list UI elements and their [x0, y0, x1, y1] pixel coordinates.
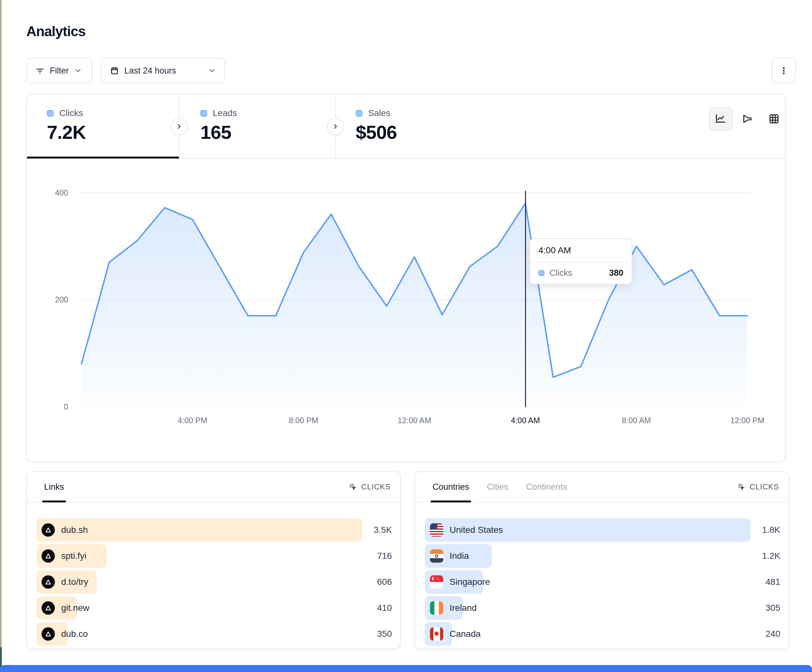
country-row[interactable]: Ireland 305 [425, 596, 780, 620]
kebab-menu-icon [779, 66, 788, 75]
tab-sales[interactable]: Sales $506 [356, 94, 476, 158]
y-axis-tick-0: 0 [35, 402, 68, 411]
row-value: 240 [765, 629, 780, 639]
chevron-down-icon [74, 67, 82, 75]
x-axis-tick: 12:00 AM [397, 416, 431, 425]
table-view-button[interactable] [762, 107, 786, 131]
tab-sales-label: Sales [368, 108, 390, 118]
tooltip-value: 380 [609, 268, 623, 278]
singapore-flag-icon [430, 575, 443, 588]
link-row[interactable]: git.new 410 [36, 596, 392, 620]
row-label: dub.sh [61, 525, 88, 535]
row-label: dub.co [61, 629, 88, 639]
tooltip-time: 4:00 AM [530, 239, 631, 263]
tooltip-series-swatch [538, 270, 544, 276]
x-axis-tick-highlighted: 4:00 AM [511, 416, 540, 425]
x-axis-tick: 12:00 PM [730, 416, 764, 425]
country-row[interactable]: Singapore 481 [425, 570, 780, 594]
country-row[interactable]: ✹ Canada 240 [425, 622, 780, 646]
date-range-button[interactable]: Last 24 hours [101, 58, 225, 84]
row-label: git.new [61, 603, 89, 613]
window-edge-strip [0, 0, 2, 672]
chart-tooltip: 4:00 AM Clicks 380 [529, 238, 632, 284]
links-metric[interactable]: CLICKS [348, 483, 391, 491]
row-value: 606 [377, 577, 392, 587]
row-value: 410 [377, 603, 392, 613]
dub-logo-icon [41, 601, 55, 615]
date-range-label: Last 24 hours [124, 66, 176, 76]
tab-continents[interactable]: Continents [526, 472, 567, 502]
row-label: United States [450, 525, 503, 535]
tab-clicks[interactable]: Clicks 7.2K [47, 94, 174, 158]
geo-panel: Countries Cities Continents CLICKS Unite… [415, 471, 789, 649]
tab-leads[interactable]: Leads 165 [200, 94, 321, 158]
expand-sales-button[interactable] [327, 118, 344, 135]
filter-icon [35, 66, 45, 75]
tab-links[interactable]: Links [44, 472, 64, 502]
ireland-flag-icon [430, 601, 443, 615]
sales-series-swatch [356, 110, 362, 117]
dub-logo-icon [41, 549, 55, 563]
x-axis-tick: 8:00 AM [622, 416, 651, 425]
chevron-down-icon [208, 67, 216, 75]
tab-countries[interactable]: Countries [432, 472, 469, 502]
chart-hover-line [525, 191, 526, 407]
sales-value: $506 [356, 121, 397, 143]
cursor-click-icon [737, 483, 746, 491]
link-row[interactable]: dub.co 350 [36, 622, 392, 646]
y-axis-tick-400: 400 [35, 188, 68, 198]
links-panel: Links CLICKS dub.sh 3.5K [26, 471, 401, 649]
clicks-series-swatch [47, 110, 54, 117]
active-tab-underline [27, 157, 179, 159]
more-options-button[interactable] [772, 58, 796, 84]
y-axis-tick-200: 200 [35, 295, 68, 304]
row-value: 350 [377, 629, 392, 639]
links-metric-label: CLICKS [361, 483, 391, 491]
country-row[interactable]: India 1.2K [425, 544, 780, 568]
dub-logo-icon [41, 627, 55, 641]
line-chart-view-button[interactable] [709, 107, 732, 131]
geo-metric[interactable]: CLICKS [737, 483, 779, 491]
row-value: 716 [377, 551, 392, 561]
bottom-banner-bar [0, 665, 812, 672]
funnel-view-button[interactable] [735, 107, 759, 131]
row-label: Canada [450, 629, 481, 639]
dub-logo-icon [41, 575, 55, 588]
clicks-value: 7.2K [47, 121, 86, 143]
leads-series-swatch [200, 110, 207, 117]
leads-value: 165 [200, 121, 231, 143]
row-label: d.to/try [61, 577, 89, 587]
country-row[interactable]: United States 1.8K [425, 518, 780, 542]
filter-button[interactable]: Filter [26, 58, 92, 84]
canada-flag-icon: ✹ [430, 627, 443, 641]
row-value: 1.8K [762, 525, 780, 535]
tab-leads-label: Leads [213, 108, 237, 118]
link-row[interactable]: d.to/try 606 [36, 570, 392, 594]
us-flag-icon [430, 524, 443, 537]
row-value: 481 [765, 577, 780, 587]
filter-button-label: Filter [50, 66, 69, 76]
calendar-icon [110, 66, 119, 75]
row-label: spti.fyi [61, 551, 86, 561]
tab-clicks-label: Clicks [59, 108, 83, 118]
row-label: India [450, 551, 469, 561]
link-row[interactable]: dub.sh 3.5K [36, 518, 392, 542]
x-axis-tick: 8:00 PM [288, 416, 318, 425]
row-value: 1.2K [762, 551, 780, 561]
chart-view-toggles [709, 107, 786, 131]
india-flag-icon [430, 549, 443, 563]
row-label: Singapore [450, 577, 490, 587]
row-value: 305 [765, 603, 780, 613]
tooltip-series-label: Clicks [549, 268, 604, 278]
clicks-area-chart[interactable] [78, 190, 751, 407]
page-title: Analytics [26, 24, 85, 39]
dub-logo-icon [41, 524, 55, 537]
link-row[interactable]: spti.fyi 716 [36, 544, 392, 568]
geo-metric-label: CLICKS [749, 483, 779, 491]
row-label: Ireland [450, 603, 477, 613]
cursor-click-icon [348, 483, 357, 491]
analytics-page: Analytics Filter Last 24 hours [0, 0, 812, 672]
tab-cities[interactable]: Cities [487, 472, 508, 502]
expand-leads-button[interactable] [171, 118, 188, 135]
row-value: 3.5K [374, 525, 392, 535]
